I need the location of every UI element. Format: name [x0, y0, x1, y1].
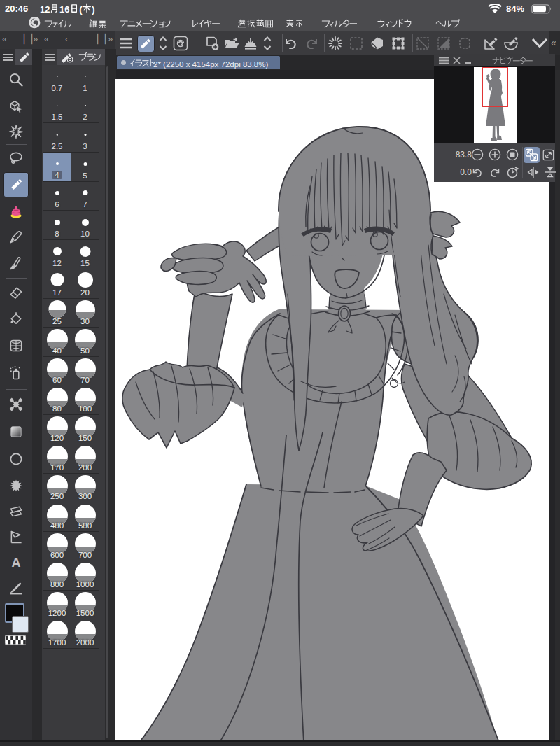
svg-text:(: (	[79, 4, 83, 15]
svg-text:1: 1	[59, 4, 64, 15]
svg-text:2: 2	[45, 4, 50, 15]
svg-text:6: 6	[64, 4, 69, 15]
svg-text:A: A	[11, 556, 20, 570]
svg-text:1: 1	[40, 4, 45, 15]
svg-text:): )	[92, 4, 94, 15]
